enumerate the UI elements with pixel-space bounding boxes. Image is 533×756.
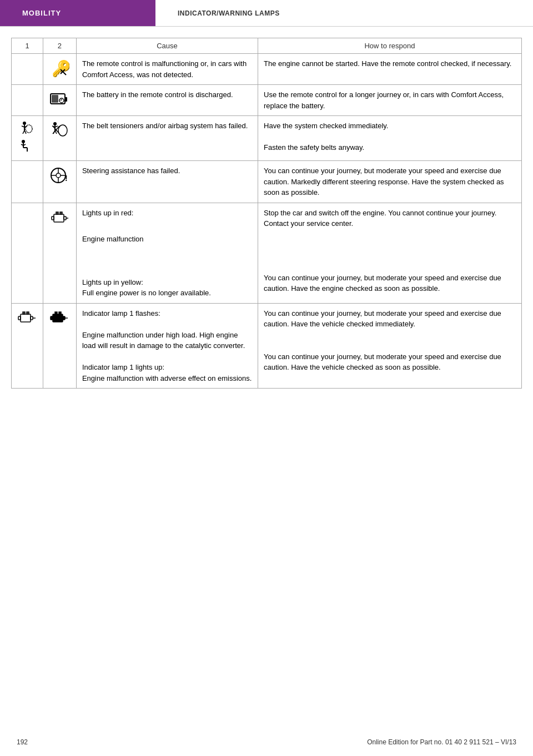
svg-point-8 xyxy=(23,122,26,125)
table-row: The belt tensioners and/or airbag system… xyxy=(12,116,522,161)
page-header: MOBILITY INDICATOR/WARNING LAMPS xyxy=(0,0,533,27)
row6-respond-flash: You can continue your journey, but moder… xyxy=(264,308,516,330)
svg-rect-37 xyxy=(54,214,64,222)
engine-icon-cell xyxy=(43,203,77,303)
mobility-tab: MOBILITY xyxy=(0,0,155,26)
engine-flash2-icon-cell xyxy=(43,303,77,389)
svg-rect-57 xyxy=(63,316,65,320)
page-number: 192 xyxy=(17,738,28,746)
svg-rect-45 xyxy=(21,314,31,322)
col1-empty xyxy=(12,85,43,116)
row4-respond: You can continue your journey, but moder… xyxy=(258,161,522,203)
mobility-label: MOBILITY xyxy=(22,9,61,17)
person-airbag-icon xyxy=(19,120,36,137)
engine-high-load-text: Engine malfunction under high load. High… xyxy=(82,330,252,351)
steering-icon-cell: ! xyxy=(43,161,77,203)
cause-header: Cause xyxy=(76,38,258,54)
col1-icon-cell xyxy=(12,54,43,85)
table-row: Indicator lamp 1 flashes: Engine malfunc… xyxy=(12,303,522,389)
row3-respond-line2: Fasten the safety belts anyway. xyxy=(264,142,516,153)
svg-rect-54 xyxy=(55,312,57,314)
engine-emissions-text: Engine malfunction with adverse effect o… xyxy=(82,373,252,384)
indicator-label: INDICATOR/WARNING LAMPS xyxy=(155,0,280,26)
col1-header: 1 xyxy=(12,38,43,54)
svg-text:!: ! xyxy=(65,174,68,183)
online-edition: Online Edition for Part no. 01 40 2 911 … xyxy=(367,738,516,746)
row5-respond: Stop the car and switch off the engine. … xyxy=(258,203,522,303)
svg-rect-51 xyxy=(31,316,33,320)
table-row: The battery in the remote control is dis… xyxy=(12,85,522,116)
svg-rect-43 xyxy=(64,216,66,220)
svg-point-21 xyxy=(53,122,57,125)
row3-cause: The belt tensioners and/or airbag system… xyxy=(76,116,258,161)
full-power-label: Full engine power is no longer available… xyxy=(82,288,252,299)
row4-cause: Steering assistance has failed. xyxy=(76,161,258,203)
table-row: ! Steering assistance has failed. You ca… xyxy=(12,161,522,203)
svg-rect-53 xyxy=(53,314,63,322)
engine-flash2-icon xyxy=(49,308,69,328)
key-malfunction-icon: 🔑 xyxy=(49,58,69,78)
row6-respond: You can continue your journey, but moder… xyxy=(258,303,522,389)
engine-malf-label: Engine malfunction xyxy=(82,234,252,245)
battery-remote-icon xyxy=(49,89,69,109)
col1-empty2 xyxy=(12,161,43,203)
lights-red-label: Lights up in red: xyxy=(82,208,252,219)
row1-cause: The remote control is malfunctioning or,… xyxy=(76,54,258,85)
table-row: Lights up in red: Engine malfunction Lig… xyxy=(12,203,522,303)
lights-yellow-label: Lights up in yellow: xyxy=(82,277,252,288)
col2-header: 2 xyxy=(43,38,77,54)
row3-respond: Have the system checked immediately. Fas… xyxy=(258,116,522,161)
svg-rect-55 xyxy=(59,312,61,314)
row3-respond-line1: Have the system checked immediately. xyxy=(264,120,516,132)
key-malfunction-icon-cell: 🔑 xyxy=(43,54,77,85)
svg-point-6 xyxy=(59,98,64,103)
row6-respond-lights: You can continue your journey, but moder… xyxy=(264,351,516,373)
svg-rect-5 xyxy=(52,95,58,103)
indicator-flash-label: Indicator lamp 1 flashes: xyxy=(82,308,252,319)
battery-icon-cell xyxy=(43,85,77,116)
svg-point-14 xyxy=(26,125,32,133)
engine-red-icon xyxy=(49,208,69,228)
engine-flash1-icon xyxy=(17,308,37,328)
row5-respond-red: Stop the car and switch off the engine. … xyxy=(264,208,516,229)
belt-airbag-icon-cell xyxy=(43,116,77,161)
row5-respond-yellow: You can continue your journey, but moder… xyxy=(264,273,516,294)
col1-empty3 xyxy=(12,203,43,303)
row2-respond: Use the remote control for a longer jour… xyxy=(258,85,522,116)
row5-cause: Lights up in red: Engine malfunction Lig… xyxy=(76,203,258,303)
page-footer: 192 Online Edition for Part no. 01 40 2 … xyxy=(0,738,533,746)
svg-point-15 xyxy=(22,140,25,143)
indicator-lights-label: Indicator lamp 1 lights up: xyxy=(82,362,252,373)
svg-rect-56 xyxy=(51,316,53,320)
svg-line-7 xyxy=(61,99,62,100)
svg-text:🔑: 🔑 xyxy=(52,59,69,78)
svg-rect-4 xyxy=(65,97,67,102)
steering-warning-icon: ! xyxy=(49,165,69,185)
svg-rect-50 xyxy=(18,316,21,320)
svg-line-12 xyxy=(23,130,24,134)
svg-rect-42 xyxy=(52,216,54,220)
main-table: 1 2 Cause How to respond 🔑 The remote co… xyxy=(11,38,522,389)
row2-cause: The battery in the remote control is dis… xyxy=(76,85,258,116)
belt-airbag-icon xyxy=(49,120,69,140)
respond-header: How to respond xyxy=(258,38,522,54)
svg-point-31 xyxy=(56,173,61,178)
row6-cause: Indicator lamp 1 flashes: Engine malfunc… xyxy=(76,303,258,389)
row1-respond: The engine cannot be started. Have the r… xyxy=(258,54,522,85)
col1-icons xyxy=(17,120,37,156)
engine-flash1-icon-cell xyxy=(12,303,43,389)
person-airbag-icon-cell xyxy=(12,116,43,161)
table-row: 🔑 The remote control is malfunctioning o… xyxy=(12,54,522,85)
svg-point-27 xyxy=(58,125,67,136)
seated-person-icon xyxy=(19,139,36,156)
